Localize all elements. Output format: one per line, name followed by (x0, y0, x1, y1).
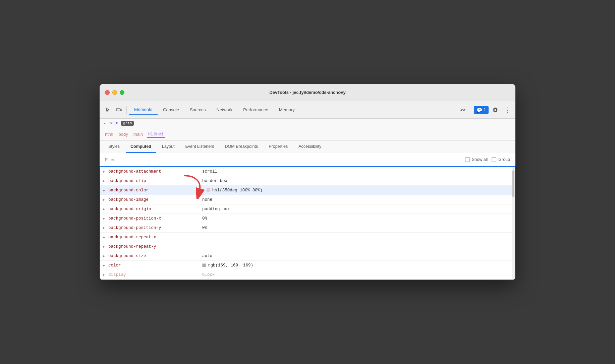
tab-network[interactable]: Network (211, 105, 238, 114)
scrollbar-thumb[interactable] (512, 170, 514, 197)
prop-name[interactable]: background-color (108, 188, 202, 193)
show-all-checkbox[interactable] (465, 157, 470, 162)
selector-bar: html body main h1.line1 (100, 128, 515, 141)
expand-icon[interactable]: ▶ (103, 188, 106, 192)
svg-rect-1 (120, 109, 122, 111)
subtab-bar: Styles Computed Layout Event Listeners D… (100, 141, 515, 153)
prop-name[interactable]: background-position-x (108, 216, 202, 221)
prop-value: block (202, 272, 512, 277)
properties-container: ▶ background-attachment scroll ▶ backgro… (100, 166, 515, 280)
tab-sources[interactable]: Sources (184, 105, 211, 114)
table-row: ▶ background-color ⊙ hsl(350deg 100% 88%… (100, 186, 515, 195)
breadcrumb-badge: grid (121, 121, 134, 126)
expand-icon[interactable]: ▶ (103, 263, 106, 267)
maximize-button[interactable] (120, 90, 124, 95)
color-value: rgb(169, 169, 169) (208, 263, 253, 268)
subtab-layout[interactable]: Layout (157, 141, 179, 153)
prop-name[interactable]: background-position-y (108, 226, 202, 230)
prop-name[interactable]: color (108, 263, 202, 268)
cursor-icon (105, 107, 111, 113)
color-value: hsl(350deg 100% 88%) (212, 188, 263, 193)
sel-main[interactable]: main (132, 131, 144, 137)
group-checkbox[interactable] (492, 157, 496, 162)
minimize-button[interactable] (112, 90, 117, 95)
tab-elements[interactable]: Elements (129, 105, 158, 115)
element-picker-button[interactable] (102, 105, 113, 115)
table-row: ▶ background-clip border-box (100, 176, 515, 186)
prop-value: ⊙ hsl(350deg 100% 88%) (202, 188, 512, 193)
sel-body[interactable]: body (117, 131, 129, 137)
color-swatch[interactable] (202, 263, 206, 267)
prop-name[interactable]: display (108, 272, 202, 277)
expand-icon[interactable]: ▶ (103, 170, 106, 174)
device-toggle-button[interactable] (114, 105, 124, 115)
expand-icon[interactable]: ▶ (103, 226, 106, 230)
table-row: ▶ background-image none (100, 195, 515, 204)
prop-name[interactable]: background-origin (108, 207, 202, 211)
tab-bar: Elements Console Sources Network Perform… (129, 105, 457, 115)
group-toggle[interactable]: Group (492, 157, 510, 162)
chat-badge[interactable]: 💬 1 (474, 106, 489, 114)
subtab-computed[interactable]: Computed (126, 141, 156, 153)
subtab-styles[interactable]: Styles (104, 141, 124, 153)
expand-icon[interactable]: ▶ (103, 273, 106, 277)
close-button[interactable] (105, 90, 110, 95)
table-row: ▶ background-repeat-x (100, 233, 515, 242)
prop-value: rgb(169, 169, 169) (202, 263, 512, 268)
expand-icon[interactable]: ▶ (103, 207, 106, 211)
table-row: ▶ background-attachment scroll (100, 167, 515, 176)
prop-name[interactable]: background-image (108, 197, 202, 202)
filter-bar: Show all Group (100, 153, 515, 166)
prop-value: 0% (202, 226, 512, 230)
subtab-dom-breakpoints[interactable]: DOM Breakpoints (220, 141, 263, 153)
expand-icon[interactable]: ▶ (103, 179, 106, 183)
gear-icon (492, 107, 498, 113)
group-label: Group (498, 157, 510, 162)
table-row: ▶ color rgb(169, 169, 169) (100, 261, 515, 270)
table-row: ▶ display block (100, 270, 515, 280)
table-row: ▶ background-origin padding-box (100, 204, 515, 214)
breadcrumb-bar: ▸ main grid (100, 119, 515, 128)
prop-name[interactable]: background-size (108, 254, 202, 258)
more-tabs-button[interactable]: >> (457, 105, 468, 115)
expand-icon[interactable]: ▶ (103, 198, 106, 202)
chat-icon: 💬 (477, 107, 482, 113)
subtab-accessibility[interactable]: Accessibility (294, 141, 326, 153)
overridden-icon: ⊙ (202, 188, 205, 192)
window-title: DevTools - jec.fyi/demo/cds-anchovy (269, 90, 345, 95)
breadcrumb-main[interactable]: main (109, 121, 118, 126)
tab-console[interactable]: Console (158, 105, 184, 114)
show-all-label: Show all (472, 157, 488, 162)
sel-h1line1[interactable]: h1.line1 (147, 131, 165, 138)
overflow-menu-button[interactable]: ⋮ (502, 105, 513, 115)
filter-right: Show all Group (465, 157, 510, 162)
prop-value: none (202, 197, 512, 202)
divider (471, 106, 471, 114)
expand-icon[interactable]: ▶ (103, 254, 106, 258)
breadcrumb-arrow-prefix: ▸ (104, 121, 106, 126)
scrollbar[interactable] (512, 167, 515, 280)
svg-rect-0 (117, 108, 120, 111)
color-swatch[interactable] (207, 188, 210, 192)
sel-html[interactable]: html (104, 131, 115, 137)
toolbar-divider (126, 106, 127, 114)
subtab-event-listeners[interactable]: Event Listeners (180, 141, 219, 153)
prop-value: padding-box (202, 207, 512, 211)
tab-memory[interactable]: Memory (274, 105, 300, 114)
prop-value: border-box (202, 179, 512, 183)
prop-name[interactable]: background-clip (108, 179, 202, 183)
table-row: ▶ background-position-y 0% (100, 223, 515, 233)
tab-performance[interactable]: Performance (238, 105, 273, 114)
toolbar-right: >> 💬 1 ⋮ (457, 105, 513, 115)
filter-input[interactable] (105, 157, 172, 162)
expand-icon[interactable]: ▶ (103, 235, 106, 239)
prop-name[interactable]: background-repeat-x (108, 235, 202, 240)
traffic-lights (105, 90, 124, 95)
expand-icon[interactable]: ▶ (103, 217, 106, 221)
expand-icon[interactable]: ▶ (103, 245, 106, 249)
show-all-toggle[interactable]: Show all (465, 157, 488, 162)
subtab-properties[interactable]: Properties (264, 141, 292, 153)
prop-name[interactable]: background-attachment (108, 169, 202, 174)
prop-name[interactable]: background-repeat-y (108, 244, 202, 249)
settings-button[interactable] (490, 105, 501, 115)
